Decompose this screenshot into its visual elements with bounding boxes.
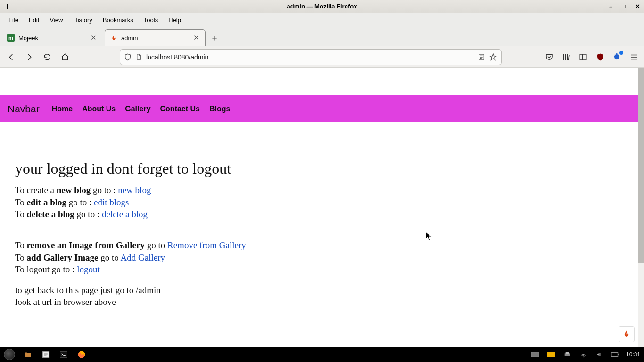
- svg-rect-11: [618, 354, 619, 355]
- nav-home[interactable]: Home: [52, 105, 73, 113]
- menu-help[interactable]: Help: [164, 16, 186, 25]
- terminal-icon[interactable]: [58, 349, 69, 360]
- window-title: admin — Mozilla Firefox: [287, 3, 357, 10]
- titlebar-app-indicator: [7, 4, 8, 9]
- admin-content: your logged in dont forget to logout To …: [0, 122, 638, 308]
- pocket-icon[interactable]: [544, 52, 554, 62]
- page-scrollbar[interactable]: [638, 68, 644, 347]
- browser-tabbar: m Mojeek ✕ admin ✕ ＋: [0, 26, 644, 46]
- codeigniter-debug-badge[interactable]: [619, 326, 635, 342]
- tab-close-button[interactable]: ✕: [90, 34, 98, 42]
- svg-point-9: [583, 356, 584, 357]
- tab-close-button[interactable]: ✕: [192, 34, 200, 42]
- footer-line-2: look at url in browser above: [15, 296, 623, 308]
- address-bar[interactable]: localhost:8080/admin: [120, 49, 502, 65]
- nav-about[interactable]: About Us: [82, 105, 116, 113]
- browser-toolbar: localhost:8080/admin: [0, 46, 644, 68]
- window-minimize-button[interactable]: –: [609, 3, 612, 10]
- window-maximize-button[interactable]: □: [622, 3, 626, 10]
- line-logout: To logout go to : logout: [15, 263, 623, 276]
- scrollbar-thumb[interactable]: [638, 68, 644, 263]
- browser-menubar: File Edit View History Bookmarks Tools H…: [0, 13, 644, 26]
- forward-button[interactable]: [23, 51, 36, 64]
- svg-rect-6: [547, 352, 555, 357]
- menu-view[interactable]: View: [45, 16, 67, 25]
- shield-icon[interactable]: [124, 53, 132, 61]
- tray-clock[interactable]: 10:31: [626, 351, 640, 358]
- tray-keyboard-icon[interactable]: [530, 349, 540, 360]
- page-heading: your logged in dont forget to logout: [15, 160, 623, 177]
- line-new-blog: To create a new blog go to : new blog: [15, 184, 623, 196]
- site-navbar: Navbar Home About Us Gallery Contact Us …: [0, 95, 638, 122]
- tab-label: Mojeek: [18, 34, 86, 42]
- footer-line-1: to get back to this page just go to /adm…: [15, 284, 623, 296]
- tab-mojeek[interactable]: m Mojeek ✕: [2, 29, 103, 46]
- tab-label: admin: [121, 34, 189, 42]
- nav-contact[interactable]: Contact Us: [160, 105, 200, 113]
- menu-history[interactable]: History: [68, 16, 97, 25]
- tray-display-icon[interactable]: [546, 349, 556, 360]
- url-text: localhost:8080/admin: [146, 53, 474, 61]
- menu-edit[interactable]: Edit: [24, 16, 44, 25]
- page-viewport: Navbar Home About Us Gallery Contact Us …: [0, 68, 638, 347]
- line-delete-blog: To delete a blog go to : delete a blog: [15, 208, 623, 220]
- desktop-taskbar: 10:31: [0, 347, 644, 362]
- firefox-icon[interactable]: [76, 349, 87, 360]
- line-edit-blog: To edit a blog go to : edit blogs: [15, 196, 623, 209]
- window-controls: – □ ✕: [609, 3, 640, 10]
- system-tray: 10:31: [530, 349, 640, 360]
- mojeek-favicon-icon: m: [7, 34, 15, 42]
- ublock-icon[interactable]: [595, 52, 605, 62]
- window-close-button[interactable]: ✕: [635, 3, 640, 10]
- tray-printer-icon[interactable]: [562, 349, 572, 360]
- window-titlebar: admin — Mozilla Firefox – □ ✕: [0, 0, 644, 13]
- text-editor-icon[interactable]: [41, 349, 51, 360]
- line-remove-gallery: To remove an Image from Gallery go to Re…: [15, 239, 623, 252]
- site-info-icon[interactable]: [135, 53, 142, 60]
- tab-admin[interactable]: admin ✕: [105, 29, 206, 46]
- navbar-brand[interactable]: Navbar: [8, 103, 40, 115]
- reload-button[interactable]: [41, 51, 54, 64]
- sidebar-icon[interactable]: [578, 52, 588, 62]
- link-add-gallery[interactable]: Add Gallery: [121, 253, 165, 262]
- start-menu-button[interactable]: [4, 349, 15, 360]
- reader-mode-icon[interactable]: [478, 53, 485, 61]
- svg-rect-5: [531, 352, 539, 357]
- line-add-gallery: To add Gallery Image go to Add Gallery: [15, 252, 623, 264]
- codeigniter-favicon-icon: [110, 34, 117, 42]
- library-icon[interactable]: [561, 52, 571, 62]
- link-logout[interactable]: logout: [77, 264, 100, 274]
- nav-blogs[interactable]: Blogs: [209, 105, 230, 113]
- bookmark-star-icon[interactable]: [489, 53, 497, 61]
- link-delete-blog[interactable]: delete a blog: [102, 209, 148, 219]
- hamburger-menu-icon[interactable]: [629, 52, 639, 62]
- menu-bookmarks[interactable]: Bookmarks: [98, 16, 138, 25]
- tray-network-icon[interactable]: [578, 349, 588, 360]
- svg-rect-3: [60, 352, 67, 357]
- svg-rect-8: [566, 352, 569, 354]
- home-button[interactable]: [58, 51, 72, 64]
- nav-gallery[interactable]: Gallery: [125, 105, 150, 113]
- link-remove-gallery[interactable]: Remove from Gallery: [167, 240, 246, 250]
- tray-volume-icon[interactable]: [594, 349, 604, 360]
- svg-rect-1: [580, 54, 586, 60]
- file-manager-icon[interactable]: [23, 349, 33, 360]
- extension-badge: [619, 51, 623, 55]
- extension-puzzle-icon[interactable]: [612, 52, 622, 62]
- back-button[interactable]: [5, 51, 18, 64]
- menu-tools[interactable]: Tools: [139, 16, 163, 25]
- new-tab-button[interactable]: ＋: [207, 31, 222, 45]
- svg-rect-10: [611, 353, 618, 356]
- svg-rect-7: [565, 353, 570, 356]
- tray-battery-icon[interactable]: [610, 349, 620, 360]
- link-edit-blogs[interactable]: edit blogs: [94, 197, 129, 207]
- link-new-blog[interactable]: new blog: [118, 185, 151, 195]
- menu-file[interactable]: File: [4, 16, 23, 25]
